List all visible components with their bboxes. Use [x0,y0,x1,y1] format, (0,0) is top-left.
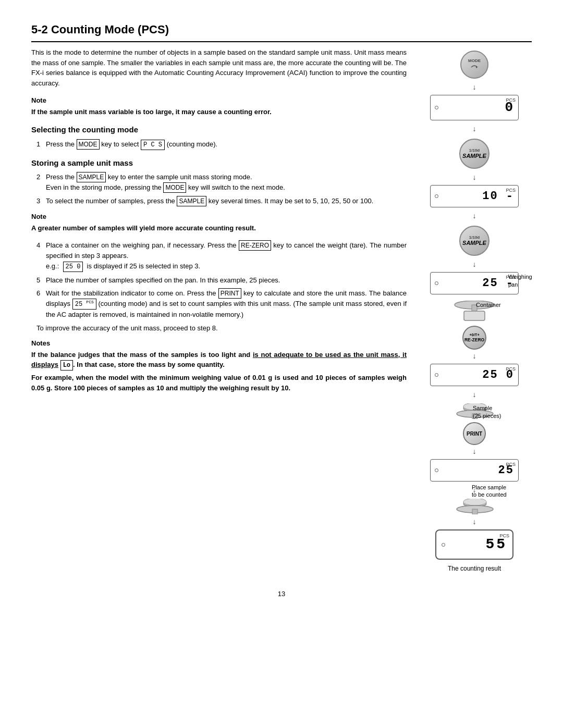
pcs25-display: 25 PCS [72,299,96,310]
step-5: 5 Place the number of samples specified … [31,275,407,286]
sample-key: SAMPLE [77,172,106,182]
mode-button-row: MODE [417,48,532,81]
display-panel-4: 25 0 PCS [430,364,519,386]
step-1-num: 1 [36,139,46,150]
rezero-key: RE-ZERO [239,240,271,251]
step-2: 2 Press the SAMPLE key to enter the samp… [31,172,407,193]
step-6: 6 Wait for the stabilization indicator t… [31,288,407,320]
balance-unit-6: PCS [499,533,509,540]
pcs-display: P C S [141,140,165,150]
rezero-label: RE-ZERO [464,337,484,342]
display-4-row: 25 0 PCS [417,364,532,388]
lo-display: Lo [60,360,73,371]
arrow-5: ↓ [473,259,476,270]
sample-btn1-top: 1/10d [469,148,480,153]
display-panel-6: 55 PCS [435,529,513,560]
display-2-row: 10 - PCS [417,185,532,209]
print-button-diagram: PRINT [463,422,486,445]
step-3-text: To select the number of samples, press t… [46,196,407,206]
balance-dot-3 [435,281,438,285]
display-5-row: 25 PCS [417,459,532,484]
note-2-label: Note [31,212,407,222]
note-2-block: Note A greater number of samples will yi… [31,212,407,233]
arrow-6: ↓ [473,351,476,362]
step-4-text: Place a container on the weighing pan, i… [46,240,407,272]
notes-bottom-line2: For example, when the model with the min… [31,373,407,393]
arrow-9-row: ↓ Place sampleto be counted [430,485,519,497]
rezero-button-row: +0/T+ RE-ZERO [417,326,532,350]
sample-btn2-label: SAMPLE [462,240,486,246]
balance-num-3: 25 - [442,275,514,292]
mode-button-diagram: MODE [460,51,488,79]
display-6-row: 55 PCS [417,529,532,560]
step-5-text: Place the number of samples specified on… [46,275,407,286]
arrow-1: ↓ [473,82,476,93]
step-1-text: Press the MODE key to select P C S (coun… [46,139,407,150]
display-panel-3: 25 - PCS [430,272,519,294]
step-2-num: 2 [36,172,46,193]
step-6-text: Wait for the stabilization indicator to … [46,288,407,320]
container-label: Container [476,301,501,310]
right-diagram: MODE ↓ 0 PCS ↓ 1/10d SAMPLE [417,47,532,573]
balance-num-4: 25 0 [442,366,514,384]
balance-unit-2: PCS [506,187,516,194]
sample-button-1-diagram: 1/10d SAMPLE [459,139,489,169]
display-1-row: 0 PCS [417,95,532,122]
balance-unit-5: PCS [506,461,516,468]
sample-btn1-label: SAMPLE [462,153,486,159]
notes-bottom-line1: If the balance judges that the mass of t… [31,350,407,371]
weighing-pan-label: Weighingpan [508,273,532,289]
print-label: PRINT [467,430,482,438]
rezero-button-diagram: +0/T+ RE-ZERO [462,326,486,350]
place-sample-label: Place sampleto be counted [472,484,507,499]
pan-illustration: Container [430,301,519,322]
page-title: 5-2 Counting Mode (PCS) [31,21,532,42]
arrow-7: ↓ [473,389,476,400]
arrow-2: ↓ [473,124,476,134]
section1-title: Selecting the counting mode [31,124,407,136]
step-3: 3 To select the number of samples, press… [31,196,407,206]
sample-button-2-row: 1/10d SAMPLE [417,224,532,258]
container-svg [461,310,487,322]
sample-btn2-top: 1/10d [469,235,480,240]
note-2-text: A greater number of samples will yield m… [31,223,407,233]
sample-button-2-diagram: 1/10d SAMPLE [459,226,489,256]
sample-pan-2-illustration [430,499,519,514]
step-3-num: 3 [36,196,46,206]
balance-dot-1 [435,106,438,109]
display-panel-5: 25 PCS [430,459,519,482]
display-3-row: 25 - PCS Weighingpan [417,272,532,297]
sample-label: Sample(25 pieces) [473,404,501,421]
arrow-3: ↓ [473,172,476,183]
svg-point-11 [463,499,486,505]
balance-num-5: 25 [442,462,514,479]
counting-result-label: The counting result [448,564,501,573]
balance-dot-6 [442,543,445,547]
svg-rect-13 [472,509,478,514]
intro-paragraph: This is the mode to determine the number… [31,47,407,88]
print-key: PRINT [218,288,241,299]
notes-bottom-label: Notes [31,338,407,349]
sample-key-2: SAMPLE [177,196,206,206]
step-5-num: 5 [36,275,46,286]
step-6-continued: To improve the accuracy of the unit mass… [31,323,407,334]
display-panel-1: 0 PCS [430,95,519,120]
display-panel-2: 10 - PCS [430,185,519,207]
arrow-10: ↓ [473,516,476,527]
print-button-row: PRINT [417,422,532,445]
sample-button-1-row: 1/10d SAMPLE [417,137,532,171]
notes-bottom-block: Notes If the balance judges that the mas… [31,338,407,393]
balance-dot-2 [435,194,438,198]
arrow-8: ↓ [473,446,476,457]
sample-pan-2-svg [455,499,494,514]
eg-display: 25 0 [63,262,83,272]
mode-button-label: MODE [468,58,481,64]
balance-num-6: 55 [448,534,507,556]
step-4-num: 4 [36,240,46,272]
balance-num-2: 10 - [442,188,514,205]
note-1-text: If the sample unit mass variable is too … [31,107,407,117]
step-1: 1 Press the MODE key to select P C S (co… [31,139,407,150]
balance-unit-1: PCS [506,97,516,104]
note-1-label: Note [31,95,407,106]
rezero-top: +0/T+ [469,332,480,337]
